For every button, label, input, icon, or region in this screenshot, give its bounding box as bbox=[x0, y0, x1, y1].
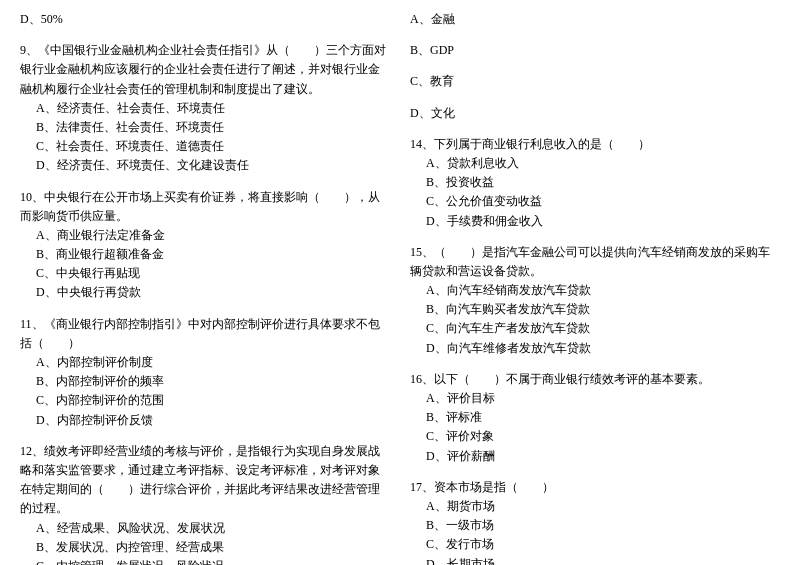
option-item: B、商业银行超额准备金 bbox=[20, 245, 390, 264]
question-title: 16、以下（ ）不属于商业银行绩效考评的基本要素。 bbox=[410, 370, 780, 389]
option-item: D、向汽车维修者发放汽车贷款 bbox=[410, 339, 780, 358]
option-item: B、评标准 bbox=[410, 408, 780, 427]
question-block: 14、下列属于商业银行利息收入的是（ ）A、贷款利息收入B、投资收益C、公允价值… bbox=[410, 135, 780, 231]
question-block: 12、绩效考评即经营业绩的考核与评价，是指银行为实现自身发展战略和落实监管要求，… bbox=[20, 442, 390, 565]
question-block: D、文化 bbox=[410, 104, 780, 123]
option-item: C、公允价值变动收益 bbox=[410, 192, 780, 211]
left-column: D、50%9、《中国银行业金融机构企业社会责任指引》从（ ）三个方面对银行业金融… bbox=[20, 10, 390, 565]
option-item: A、评价目标 bbox=[410, 389, 780, 408]
question-block: 15、（ ）是指汽车金融公司可以提供向汽车经销商发放的采购车辆贷款和营运设备贷款… bbox=[410, 243, 780, 358]
option-item: C、向汽车生产者发放汽车贷款 bbox=[410, 319, 780, 338]
option-item: A、内部控制评价制度 bbox=[20, 353, 390, 372]
question-title: 9、《中国银行业金融机构企业社会责任指引》从（ ）三个方面对银行业金融机构应该履… bbox=[20, 41, 390, 99]
question-title: D、文化 bbox=[410, 104, 780, 123]
question-title: A、金融 bbox=[410, 10, 780, 29]
option-item: D、评价薪酬 bbox=[410, 447, 780, 466]
right-column: A、金融B、GDPC、教育D、文化14、下列属于商业银行利息收入的是（ ）A、贷… bbox=[410, 10, 780, 565]
question-title: 14、下列属于商业银行利息收入的是（ ） bbox=[410, 135, 780, 154]
option-item: C、内部控制评价的范围 bbox=[20, 391, 390, 410]
option-item: D、手续费和佣金收入 bbox=[410, 212, 780, 231]
option-item: A、经济责任、社会责任、环境责任 bbox=[20, 99, 390, 118]
question-title: 15、（ ）是指汽车金融公司可以提供向汽车经销商发放的采购车辆贷款和营运设备贷款… bbox=[410, 243, 780, 281]
question-block: B、GDP bbox=[410, 41, 780, 60]
option-item: C、中央银行再贴现 bbox=[20, 264, 390, 283]
question-title: 11、《商业银行内部控制指引》中对内部控制评价进行具体要求不包括（ ） bbox=[20, 315, 390, 353]
option-item: A、经营成果、风险状况、发展状况 bbox=[20, 519, 390, 538]
question-title: D、50% bbox=[20, 10, 390, 29]
option-item: B、法律责任、社会责任、环境责任 bbox=[20, 118, 390, 137]
question-block: 16、以下（ ）不属于商业银行绩效考评的基本要素。A、评价目标B、评标准C、评价… bbox=[410, 370, 780, 466]
option-item: B、发展状况、内控管理、经营成果 bbox=[20, 538, 390, 557]
question-title: C、教育 bbox=[410, 72, 780, 91]
option-item: C、社会责任、环境责任、道德责任 bbox=[20, 137, 390, 156]
option-item: A、商业银行法定准备金 bbox=[20, 226, 390, 245]
option-item: B、向汽车购买者发放汽车贷款 bbox=[410, 300, 780, 319]
question-title: 12、绩效考评即经营业绩的考核与评价，是指银行为实现自身发展战略和落实监管要求，… bbox=[20, 442, 390, 519]
question-block: D、50% bbox=[20, 10, 390, 29]
option-item: D、长期市场 bbox=[410, 555, 780, 566]
option-item: D、中央银行再贷款 bbox=[20, 283, 390, 302]
question-title: 17、资本市场是指（ ） bbox=[410, 478, 780, 497]
option-item: C、发行市场 bbox=[410, 535, 780, 554]
option-item: A、期货市场 bbox=[410, 497, 780, 516]
question-title: B、GDP bbox=[410, 41, 780, 60]
option-item: B、内部控制评价的频率 bbox=[20, 372, 390, 391]
question-block: 11、《商业银行内部控制指引》中对内部控制评价进行具体要求不包括（ ）A、内部控… bbox=[20, 315, 390, 430]
content-columns: D、50%9、《中国银行业金融机构企业社会责任指引》从（ ）三个方面对银行业金融… bbox=[20, 10, 780, 565]
option-item: A、向汽车经销商发放汽车贷款 bbox=[410, 281, 780, 300]
question-block: 9、《中国银行业金融机构企业社会责任指引》从（ ）三个方面对银行业金融机构应该履… bbox=[20, 41, 390, 175]
question-block: A、金融 bbox=[410, 10, 780, 29]
option-item: C、评价对象 bbox=[410, 427, 780, 446]
option-item: D、内部控制评价反馈 bbox=[20, 411, 390, 430]
page: D、50%9、《中国银行业金融机构企业社会责任指引》从（ ）三个方面对银行业金融… bbox=[20, 10, 780, 565]
question-block: 10、中央银行在公开市场上买卖有价证券，将直接影响（ ），从而影响货币供应量。A… bbox=[20, 188, 390, 303]
option-item: B、一级市场 bbox=[410, 516, 780, 535]
option-item: A、贷款利息收入 bbox=[410, 154, 780, 173]
option-item: D、经济责任、环境责任、文化建设责任 bbox=[20, 156, 390, 175]
option-item: B、投资收益 bbox=[410, 173, 780, 192]
question-title: 10、中央银行在公开市场上买卖有价证券，将直接影响（ ），从而影响货币供应量。 bbox=[20, 188, 390, 226]
question-block: C、教育 bbox=[410, 72, 780, 91]
question-block: 17、资本市场是指（ ）A、期货市场B、一级市场C、发行市场D、长期市场 bbox=[410, 478, 780, 565]
option-item: C、内控管理、发展状况、风险状况 bbox=[20, 557, 390, 565]
